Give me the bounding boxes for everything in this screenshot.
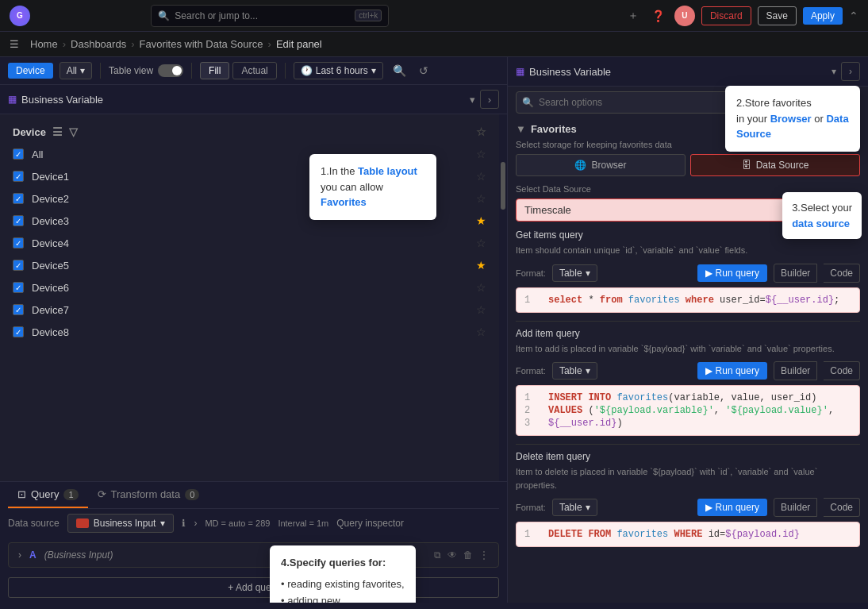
right-panel: ▦ Business Variable ▾ › 🔍 2.Store favori…: [508, 57, 868, 603]
search-icon: 🔍: [158, 10, 170, 21]
plus-icon[interactable]: ＋: [624, 7, 642, 25]
search-bar[interactable]: 🔍 Search or jump to... ctrl+k: [151, 5, 389, 27]
breadcrumb-home[interactable]: Home: [30, 38, 58, 50]
scrollbar[interactable]: [499, 114, 507, 481]
star-8[interactable]: ☆: [476, 326, 486, 338]
device-item-7[interactable]: ✓ Device7 ☆: [0, 299, 499, 321]
star-7[interactable]: ☆: [476, 303, 486, 316]
refresh-icon[interactable]: ↺: [416, 63, 432, 79]
format-label-1: Format:: [516, 268, 546, 278]
builder-btn-2[interactable]: Builder: [774, 361, 817, 380]
filter-icon[interactable]: ▽: [69, 125, 78, 138]
favorites-body: Select storage for keeping favorites dat…: [508, 140, 868, 555]
time-picker[interactable]: 🕐 Last 6 hours ▾: [294, 62, 383, 79]
tab-query[interactable]: ⊡ Query 1: [8, 482, 88, 508]
datasource-icon: 🗄: [742, 160, 751, 171]
table-format-select-1[interactable]: Table ▾: [552, 264, 597, 282]
star-3[interactable]: ★: [476, 214, 486, 227]
callout-4-item2: • adding new,: [281, 593, 405, 603]
get-items-desc: Item should contain unique `id`, `variab…: [516, 244, 860, 257]
star-2[interactable]: ☆: [476, 192, 486, 205]
copy-icon[interactable]: ⧉: [434, 549, 441, 561]
checkbox-6[interactable]: ✓: [13, 282, 24, 293]
fill-actual-btns: Fill Actual: [200, 62, 277, 79]
star-header: ☆: [476, 125, 486, 138]
info-icon[interactable]: ℹ: [182, 518, 186, 529]
actual-button[interactable]: Actual: [232, 62, 276, 79]
device-item-6[interactable]: ✓ Device6 ☆: [0, 276, 499, 299]
query-inspector-button[interactable]: Query inspector: [336, 518, 404, 529]
checkbox-4[interactable]: ✓: [13, 237, 24, 249]
hamburger-icon[interactable]: ☰: [10, 38, 19, 50]
panel-toolbar: Device All ▾ Table view Fill Actual 🕐 La…: [0, 57, 507, 85]
builder-btn-1[interactable]: Builder: [774, 264, 817, 283]
run-query-btn-2[interactable]: ▶ Run query: [697, 362, 767, 380]
builder-btn-3[interactable]: Builder: [774, 498, 817, 517]
checkbox-all[interactable]: ✓: [13, 148, 24, 160]
breadcrumb-dashboards[interactable]: Dashboards: [71, 38, 126, 50]
all-dropdown[interactable]: All ▾: [60, 62, 92, 79]
checkbox-8[interactable]: ✓: [13, 326, 24, 337]
device-item-4[interactable]: ✓ Device4 ☆: [0, 232, 499, 254]
expand-arrow[interactable]: ›: [18, 549, 21, 561]
star-all[interactable]: ☆: [476, 148, 486, 160]
play-icon-2: ▶: [705, 365, 712, 376]
add-item-desc: Item to add is placed in variable `${pay…: [516, 342, 860, 356]
right-var-dropdown[interactable]: ▾: [832, 66, 836, 77]
table-format-select-2[interactable]: Table ▾: [552, 362, 597, 380]
device-item-5[interactable]: ✓ Device5 ★: [0, 254, 499, 276]
checkbox-3[interactable]: ✓: [13, 215, 24, 226]
add-query-button[interactable]: + Add query: [8, 577, 499, 598]
callout-4-item1: • reading existing favorites,: [281, 576, 405, 593]
browser-storage-btn[interactable]: 🌐 Browser: [516, 154, 686, 176]
tab-transform[interactable]: ⟳ Transform data 0: [88, 482, 209, 508]
breadcrumb-sep-3: ›: [268, 38, 271, 50]
device-tab[interactable]: Device: [8, 63, 53, 79]
more-icon[interactable]: ⋮: [479, 549, 489, 561]
table-format-select-3[interactable]: Table ▾: [552, 499, 597, 516]
checkbox-1[interactable]: ✓: [13, 171, 24, 182]
code-btn-2[interactable]: Code: [824, 361, 860, 380]
datasource-value[interactable]: Business Input ▾: [67, 514, 175, 533]
help-icon[interactable]: ❓: [648, 8, 668, 24]
table-view-label: Table view: [109, 65, 153, 76]
save-button[interactable]: Save: [758, 6, 797, 25]
breadcrumb-favorites[interactable]: Favorites with Data Source: [139, 38, 263, 50]
code-btn-1[interactable]: Code: [824, 264, 860, 283]
checkbox-5[interactable]: ✓: [13, 260, 24, 271]
toggle-switch[interactable]: [158, 64, 183, 77]
right-expand-btn[interactable]: ›: [841, 62, 860, 81]
code-btn-3[interactable]: Code: [824, 498, 860, 517]
star-5[interactable]: ★: [476, 259, 486, 272]
kbd-hint: ctrl+k: [355, 10, 382, 21]
delete-icon[interactable]: 🗑: [463, 549, 473, 561]
collapse-button[interactable]: ⌃: [849, 10, 858, 22]
checkbox-7[interactable]: ✓: [13, 304, 24, 315]
right-var-icon: ▦: [516, 66, 524, 77]
star-1[interactable]: ☆: [476, 170, 486, 183]
device-name-7: Device7: [32, 304, 468, 316]
list-icon[interactable]: ☰: [52, 125, 63, 138]
chevron-small[interactable]: ›: [194, 518, 197, 529]
callout-1-text: 1.In the Table layout you can allow Favo…: [321, 165, 417, 208]
star-4[interactable]: ☆: [476, 237, 486, 249]
run-query-btn-1[interactable]: ▶ Run query: [697, 264, 767, 282]
checkbox-2[interactable]: ✓: [13, 193, 24, 204]
star-6[interactable]: ☆: [476, 281, 486, 294]
fill-button[interactable]: Fill: [200, 62, 229, 79]
variable-icon: ▦: [8, 94, 17, 105]
apply-button[interactable]: Apply: [803, 7, 843, 25]
variable-expand[interactable]: ›: [480, 90, 499, 109]
get-items-code: 1 select * from favorites where user_id=…: [516, 287, 860, 313]
device-item-8[interactable]: ✓ Device8 ☆: [0, 321, 499, 343]
datasource-flag-icon: [76, 518, 89, 528]
datasource-storage-btn[interactable]: 🗄 Data Source: [690, 154, 860, 176]
md-info: MD = auto = 289: [205, 518, 270, 528]
eye-icon[interactable]: 👁: [447, 549, 457, 561]
variable-dropdown[interactable]: ▾: [470, 94, 475, 106]
storage-btns: 🌐 Browser 🗄 Data Source: [516, 154, 860, 176]
run-query-btn-3[interactable]: ▶ Run query: [697, 499, 767, 516]
zoom-out-icon[interactable]: 🔍: [390, 63, 409, 79]
discard-button[interactable]: Discard: [701, 6, 751, 25]
time-chevron: ▾: [371, 65, 376, 76]
